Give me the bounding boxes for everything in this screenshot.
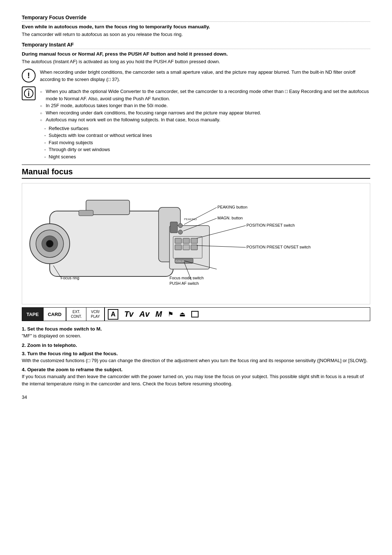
mode-portrait-icon: ⏏ bbox=[179, 310, 185, 318]
status-tape-label: TAPE bbox=[22, 308, 44, 321]
temporary-instant-af-intro: During manual focus or Normal AF, press … bbox=[22, 51, 370, 57]
svg-rect-26 bbox=[79, 210, 93, 216]
svg-rect-21 bbox=[191, 245, 197, 250]
info-icon bbox=[22, 86, 36, 100]
ext-cont-label: EXT. bbox=[73, 309, 80, 314]
bullet-item: In 25F mode, autofocus takes longer than… bbox=[40, 102, 370, 109]
status-vcr-play: VCR/ PLAY bbox=[86, 308, 105, 321]
svg-text:Focus ring: Focus ring bbox=[61, 276, 79, 280]
step-4: 4. Operate the zoom to reframe the subje… bbox=[22, 367, 370, 387]
cont-label: CONT. bbox=[71, 314, 82, 319]
bullet-item: When you attach the optional Wide Conver… bbox=[40, 88, 370, 102]
sub-bullet-item: Reflective surfaces bbox=[43, 125, 370, 132]
bullet-item: Autofocus may not work well on the follo… bbox=[40, 116, 370, 123]
step-1-title: 1. Set the focus mode switch to M. bbox=[22, 326, 370, 332]
position-preset-switch-label: POSITION PRESET switch bbox=[246, 223, 295, 227]
note-bullets-list: When you attach the optional Wide Conver… bbox=[40, 88, 370, 123]
camera-diagram-box: PEAKING PUSH AF Focus ring PEAKING bbox=[22, 183, 370, 304]
play-label: PLAY bbox=[91, 314, 100, 319]
temporary-focus-override-section: Temporary Focus Override Even while in a… bbox=[22, 15, 370, 38]
step-3: 3. Turn the focus ring to adjust the foc… bbox=[22, 351, 370, 364]
svg-rect-18 bbox=[191, 238, 197, 243]
peaking-label: PEAKING button bbox=[217, 205, 248, 209]
mode-scene-icon: ⚑ bbox=[168, 310, 173, 318]
svg-rect-14 bbox=[170, 222, 177, 233]
vcr-label: VCR/ bbox=[91, 309, 100, 314]
svg-point-7 bbox=[46, 240, 53, 247]
step-3-title: 3. Turn the focus ring to adjust the foc… bbox=[22, 351, 370, 356]
temporary-instant-af-title: Temporary Instant AF bbox=[22, 42, 370, 48]
push-af-switch-label: PUSH AF switch bbox=[170, 281, 199, 285]
temporary-instant-af-body: The autofocus (Instant AF) is activated … bbox=[22, 58, 370, 65]
step-4-title: 4. Operate the zoom to reframe the subje… bbox=[22, 367, 370, 372]
sub-bullet-item: Fast moving subjects bbox=[43, 139, 370, 146]
sub-bullet-item: Subjects with low contrast or without ve… bbox=[43, 132, 370, 139]
step-1-detail: "MF" is displayed on screen. bbox=[22, 332, 370, 340]
mode-square-icon bbox=[191, 311, 199, 317]
svg-text:PEAKING: PEAKING bbox=[184, 218, 197, 221]
manual-focus-title: Manual focus bbox=[22, 167, 370, 179]
step-2: 2. Zoom in to telephoto. bbox=[22, 343, 370, 348]
sub-bullet-item: Through dirty or wet windows bbox=[43, 146, 370, 153]
svg-point-1 bbox=[28, 91, 29, 92]
svg-rect-17 bbox=[183, 238, 189, 243]
section-divider bbox=[22, 21, 370, 22]
svg-line-27 bbox=[184, 207, 217, 224]
mode-a-icon: A bbox=[108, 309, 118, 320]
note-warning-text: When recording under bright conditions, … bbox=[40, 69, 370, 83]
magn-label: MAGN. button bbox=[217, 216, 243, 220]
page-number: 34 bbox=[22, 394, 370, 400]
svg-text:PUSH AF: PUSH AF bbox=[175, 260, 185, 262]
sub-bullet-item: Night scenes bbox=[43, 153, 370, 161]
camera-diagram: PEAKING PUSH AF Focus ring PEAKING bbox=[28, 189, 364, 298]
temporary-focus-override-intro: Even while in autofocus mode, turn the f… bbox=[22, 24, 370, 29]
note-info-content: When you attach the optional Wide Conver… bbox=[40, 86, 370, 161]
position-preset-onset-label: POSITION PRESET ON/SET switch bbox=[246, 245, 311, 249]
focus-mode-switch-label: Focus mode switch bbox=[170, 276, 204, 280]
svg-point-11 bbox=[178, 223, 183, 228]
step-3-detail: With the customized functions (□ 79) you… bbox=[22, 357, 370, 364]
status-modes: A Tv Av M ⚑ ⏏ bbox=[105, 308, 370, 321]
camera-diagram-svg: PEAKING PUSH AF Focus ring PEAKING bbox=[28, 189, 376, 295]
step-2-title: 2. Zoom in to telephoto. bbox=[22, 343, 370, 348]
temporary-focus-override-title: Temporary Focus Override bbox=[22, 15, 370, 20]
step-4-detail: If you focus manually and then leave the… bbox=[22, 373, 370, 387]
sub-bullets-list: Reflective surfaces Subjects with low co… bbox=[43, 125, 370, 161]
note-warning-block: ! When recording under bright conditions… bbox=[22, 69, 370, 83]
section-divider-2 bbox=[22, 49, 370, 49]
mode-av-label: Av bbox=[139, 309, 150, 319]
svg-rect-19 bbox=[175, 245, 181, 250]
temporary-focus-override-body: The camcorder will return to autofocus a… bbox=[22, 31, 370, 38]
mode-tv-label: Tv bbox=[124, 309, 134, 319]
svg-rect-16 bbox=[175, 238, 181, 243]
status-ext-vcr: EXT. CONT. bbox=[66, 308, 86, 321]
exclamation-icon: ! bbox=[22, 69, 36, 82]
status-bar: TAPE CARD EXT. CONT. VCR/ PLAY A Tv Av M… bbox=[22, 307, 370, 321]
step-1: 1. Set the focus mode switch to M. "MF" … bbox=[22, 326, 370, 340]
temporary-instant-af-section: Temporary Instant AF During manual focus… bbox=[22, 42, 370, 65]
svg-rect-20 bbox=[183, 245, 189, 250]
note-info-block: When you attach the optional Wide Conver… bbox=[22, 86, 370, 161]
svg-point-13 bbox=[178, 230, 183, 234]
info-svg-icon bbox=[24, 88, 34, 98]
status-card-label: CARD bbox=[44, 308, 67, 321]
mode-m-label: M bbox=[155, 309, 162, 319]
section-major-divider bbox=[22, 165, 370, 165]
bullet-item: When recording under dark conditions, th… bbox=[40, 109, 370, 117]
